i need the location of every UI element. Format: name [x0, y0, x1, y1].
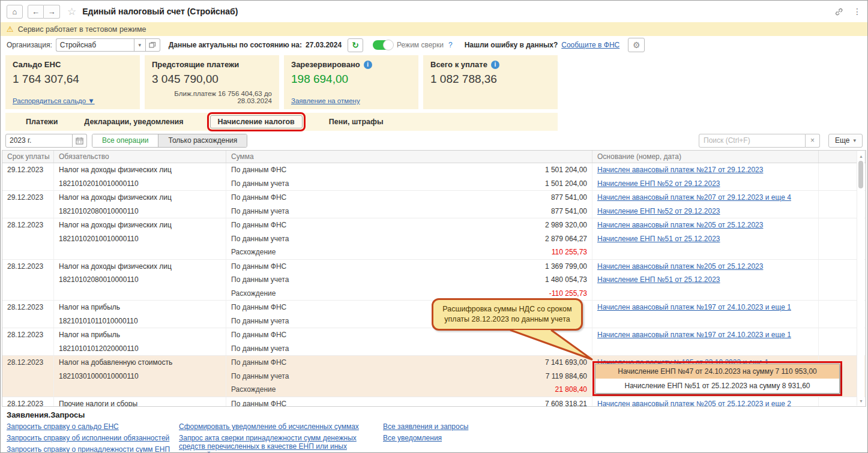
compare-mode-toggle[interactable] [373, 40, 393, 50]
title-bar: ⌂ ← → ☆ Единый налоговый счет (Стройснаб… [1, 1, 867, 22]
cell-obligation: Налог на добавленную стоимость1821030100… [54, 356, 226, 397]
help-icon[interactable]: ? [448, 41, 453, 49]
back-button[interactable]: ← [28, 5, 44, 19]
col-header-due-date[interactable]: Срок уплаты [2, 151, 54, 163]
annotation-frame: Начисление ЕНП №47 от 24.10.2023 на сумм… [592, 361, 842, 396]
favorite-icon[interactable]: ☆ [67, 5, 76, 18]
request-link[interactable]: Запросить справку об исполнении обязанно… [7, 434, 179, 442]
cell-basis: Начислен авансовый платеж №217 от 29.12.… [592, 163, 819, 190]
calendar-icon[interactable] [73, 134, 87, 148]
card-value: 1 082 788,36 [430, 73, 550, 86]
table-row[interactable]: 28.12.2023Налог на доходы физических лиц… [2, 218, 866, 260]
settings-button[interactable]: ⚙ [628, 38, 645, 52]
table-row[interactable]: 28.12.2023Прочие налоги и сборыПо данным… [2, 397, 866, 407]
organization-open-icon[interactable] [146, 38, 160, 52]
cell-amount: По данным ФНС1 369 799,00По данным учета… [226, 260, 592, 301]
vertical-scrollbar[interactable]: ▲ ▼ [857, 151, 864, 406]
tab-item[interactable]: Пени, штрафы [329, 118, 384, 126]
search-input[interactable] [699, 134, 806, 148]
basis-link[interactable]: Начислен авансовый платеж №217 от 29.12.… [597, 166, 763, 174]
tab-item[interactable]: Платежи [26, 118, 58, 126]
cell-obligation: Налог на доходы физических лиц1821010201… [54, 218, 226, 259]
scroll-down-icon[interactable]: ▼ [857, 397, 865, 404]
get-link-icon[interactable] [834, 7, 843, 16]
request-link[interactable]: Запрос акта сверки принадлежности сумм д… [179, 434, 365, 453]
col-header-amount[interactable]: Сумма [226, 151, 592, 163]
col-header-obligation[interactable]: Обязательство [54, 151, 226, 163]
basis-link[interactable]: Начислен авансовый платеж №205 от 25.12.… [597, 400, 791, 406]
cell-due-date: 28.12.2023 [2, 218, 54, 259]
popup-item[interactable]: Начисление ЕНП №51 от 25.12.2023 на сумм… [595, 379, 839, 393]
period-field: 2023 г. [5, 134, 87, 148]
request-link[interactable]: Сформировать уведомление об исчисленных … [179, 422, 365, 431]
basis-link[interactable]: Начислен авансовый платеж №205 от 25.12.… [597, 221, 763, 229]
table-row[interactable]: 28.12.2023Налог на доходы физических лиц… [2, 260, 866, 301]
period-value[interactable]: 2023 г. [5, 134, 73, 148]
organization-value[interactable]: Стройснаб [56, 38, 134, 52]
segment-button[interactable]: Только расхождения [158, 134, 247, 147]
request-link[interactable]: Запросить справку о сальдо ЕНС [7, 422, 179, 431]
table-row[interactable]: 29.12.2023Налог на доходы физических лиц… [2, 191, 866, 218]
card-title: Предстоящие платежи [152, 60, 272, 69]
request-link[interactable]: Запросить справку о принадлежности сумм … [7, 445, 179, 453]
basis-link[interactable]: Начислен авансовый платеж №205 от 25.12.… [597, 262, 763, 271]
home-button[interactable]: ⌂ [7, 5, 23, 19]
cell-due-date: 29.12.2023 [2, 163, 54, 190]
back-icon: ← [32, 7, 40, 16]
report-fns-link[interactable]: Сообщите в ФНС [561, 41, 619, 49]
scroll-up-icon[interactable]: ▲ [857, 152, 865, 160]
error-question-label: Нашли ошибку в данных? [465, 41, 558, 49]
tab-selected[interactable]: Начисление налогов [210, 115, 303, 128]
summary-card: Всего к уплатеi1 082 788,36 [423, 55, 558, 109]
enp-detail-popup: Начисление ЕНП №47 от 24.10.2023 на сумм… [595, 364, 840, 394]
forward-button[interactable]: → [44, 5, 60, 19]
request-link[interactable]: Все заявления и запросы [383, 422, 468, 431]
table-row[interactable]: 28.12.2023Налог на прибыль18210101012020… [2, 328, 866, 356]
basis-link[interactable]: Начисление ЕНП №51 от 25.12.2023 [597, 235, 720, 243]
toolbar: Организация: Стройснаб ▾ Данные актуальн… [1, 36, 867, 54]
basis-link[interactable]: Начисление ЕНП №52 от 29.12.2023 [597, 179, 720, 188]
search-clear-button[interactable]: × [806, 134, 820, 148]
requests-column-2: Сформировать уведомление об исчисленных … [179, 422, 383, 453]
more-button[interactable]: Еще ▾ [828, 134, 863, 148]
refresh-button[interactable]: ↻ [348, 38, 363, 52]
cell-amount: По данным ФНСПо данным учета [226, 328, 592, 355]
card-action-link[interactable]: Распорядиться сальдо ▼ [13, 97, 95, 104]
organization-label: Организация: [7, 41, 52, 49]
col-header-basis[interactable]: Основание (номер, дата) [592, 151, 819, 163]
card-title: Сальдо ЕНС [13, 60, 133, 69]
popup-item[interactable]: Начисление ЕНП №47 от 24.10.2023 на сумм… [595, 364, 839, 379]
test-mode-banner: ⚠ Сервис работает в тестовом режиме [1, 22, 867, 36]
info-icon[interactable]: i [491, 61, 499, 69]
segment-button[interactable]: Все операции [92, 134, 158, 147]
request-link[interactable]: Все уведомления [383, 434, 468, 442]
requests-columns: Запросить справку о сальдо ЕНСЗапросить … [7, 422, 861, 453]
summary-cards: Сальдо ЕНС1 764 307,64Распорядиться саль… [1, 54, 867, 113]
summary-card: Зарезервированоi198 694,00Заявление на о… [284, 55, 418, 109]
summary-card: Сальдо ЕНС1 764 307,64Распорядиться саль… [5, 55, 140, 109]
cell-basis: Начислен авансовый платеж №197 от 24.10.… [592, 301, 819, 328]
card-action-link[interactable]: Заявление на отмену [291, 97, 360, 104]
table-row[interactable]: 29.12.2023Налог на доходы физических лиц… [2, 163, 866, 191]
info-icon[interactable]: i [364, 61, 372, 69]
basis-link[interactable]: Начислен авансовый платеж №197 от 24.10.… [597, 303, 791, 311]
refresh-icon: ↻ [352, 40, 359, 50]
cell-obligation: Налог на доходы физических лиц1821010201… [54, 163, 226, 190]
cell-obligation: Налог на доходы физических лиц1821010208… [54, 260, 226, 301]
tab-item[interactable]: Декларации, уведомления [84, 118, 183, 126]
scrollbar-thumb[interactable] [858, 161, 863, 188]
basis-link[interactable]: Начислен авансовый платеж №197 от 24.10.… [597, 331, 791, 339]
warning-icon: ⚠ [7, 25, 14, 34]
cell-amount: По данным ФНС7 608 318,21 [226, 397, 592, 407]
basis-link[interactable]: Начисление ЕНП №51 от 25.12.2023 [597, 275, 720, 284]
card-value: 1 764 307,64 [13, 73, 133, 86]
operations-filter-group: Все операцииТолько расхождения [92, 134, 247, 148]
cell-amount: По данным ФНС1 501 204,00По данным учета… [226, 163, 592, 190]
basis-link[interactable]: Начисление ЕНП №52 от 29.12.2023 [597, 207, 720, 215]
card-footer: Распорядиться сальдо ▼ [13, 97, 133, 104]
organization-dropdown-icon[interactable]: ▾ [134, 38, 146, 52]
more-menu-icon[interactable]: ⋮ [853, 7, 861, 16]
card-footer: Заявление на отмену [291, 97, 411, 104]
cell-amount: По данным ФНС2 989 320,00По данным учета… [226, 218, 592, 259]
basis-link[interactable]: Начислен авансовый платеж №207 от 29.12.… [597, 193, 791, 202]
